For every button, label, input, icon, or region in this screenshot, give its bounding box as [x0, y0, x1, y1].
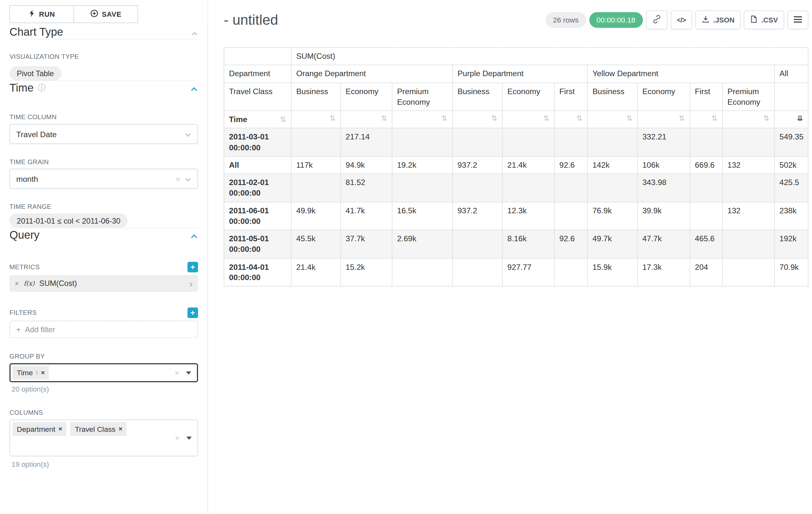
filters-label: FILTERS: [9, 309, 37, 317]
chevron-up-icon[interactable]: [191, 25, 198, 39]
plus-circle-icon: [90, 9, 98, 19]
pivot-cell: 927.77: [502, 258, 554, 287]
pivot-column-dim-label: Department: [224, 65, 291, 83]
remove-tag-icon[interactable]: ×: [118, 425, 122, 433]
pivot-cell: 132: [722, 156, 775, 173]
table-row: 2011-06-01 00:00:0049.9k41.7k16.5k937.21…: [224, 202, 808, 230]
clear-icon[interactable]: ×: [175, 433, 179, 442]
pivot-table: SUM(Cost)DepartmentOrange DepartmentPurp…: [224, 47, 808, 287]
pivot-cell: [722, 174, 775, 202]
pivot-cell: 343.98: [637, 174, 690, 202]
clear-icon[interactable]: ×: [176, 174, 180, 183]
control-panel-scroll[interactable]: Chart Type VISUALIZATION TYPE Pivot Tabl…: [0, 25, 207, 514]
bolt-icon: [29, 9, 35, 19]
sort-column-button[interactable]: ⇅: [502, 110, 554, 128]
pivot-cell: [722, 258, 775, 287]
pivot-cell: 937.2: [453, 202, 502, 230]
remove-tag-icon[interactable]: ×: [58, 425, 62, 433]
sort-column-button[interactable]: ⇅: [341, 110, 392, 128]
add-filter-plus-button[interactable]: +: [187, 307, 198, 318]
sort-column-button[interactable]: ⇅: [554, 110, 587, 128]
file-icon: [750, 15, 758, 24]
share-link-button[interactable]: [646, 10, 667, 30]
pivot-metric-header: SUM(Cost): [291, 48, 808, 65]
export-json-button[interactable]: .JSON: [696, 10, 741, 30]
sort-column-button[interactable]: ⇅: [587, 110, 637, 128]
save-button[interactable]: SAVE: [74, 5, 138, 23]
sort-icon: ⇅: [381, 114, 387, 123]
pivot-cell: 81.52: [341, 174, 392, 202]
clear-icon[interactable]: ×: [175, 368, 179, 377]
pivot-cell: 117k: [291, 156, 341, 173]
remove-metric-icon[interactable]: ×: [15, 279, 19, 288]
group-by-select[interactable]: Time i × ×: [9, 363, 198, 382]
save-button-label: SAVE: [102, 10, 121, 18]
metric-pill[interactable]: × f(x) SUM(Cost) ›: [9, 275, 198, 292]
visualization-type-pill[interactable]: Pivot Table: [9, 66, 61, 80]
pivot-col-header: Economy: [637, 83, 690, 111]
sort-time-button[interactable]: Time⇅: [224, 110, 291, 128]
remove-tag-icon[interactable]: ×: [41, 369, 45, 377]
view-query-button[interactable]: </>: [670, 10, 692, 30]
pivot-col-header: Economy: [341, 83, 392, 111]
sort-icon: ⇅: [711, 114, 717, 123]
sort-column-button[interactable]: ⇅: [453, 110, 502, 128]
pivot-cell: 425.5: [775, 174, 808, 202]
pivot-cell: 15.9k: [587, 258, 637, 287]
pivot-cell: 549.35: [775, 128, 808, 157]
pivot-cell: 94.9k: [341, 156, 392, 173]
pivot-colgroup-header: Yellow Department: [587, 65, 775, 83]
chart-title[interactable]: - untitled: [224, 9, 278, 30]
sort-column-button[interactable]: ⇅: [291, 110, 341, 128]
chart-type-section-heading: Chart Type: [9, 25, 198, 39]
hamburger-icon: [794, 16, 802, 24]
add-filter-button[interactable]: + Add filter: [9, 321, 198, 338]
time-range-pill[interactable]: 2011-01-01 ≤ col < 2011-06-30: [9, 213, 128, 227]
pivot-cell: [554, 202, 587, 230]
pivot-cell: [291, 128, 341, 157]
sort-icon: ⇅: [763, 114, 769, 123]
collapse-query-section-icon[interactable]: [190, 228, 198, 242]
info-icon[interactable]: ⓘ: [38, 81, 46, 95]
pivot-row-header: 2011-06-01 00:00:00: [224, 202, 291, 230]
pivot-cell: [587, 174, 637, 202]
info-icon[interactable]: i: [36, 369, 37, 377]
pivot-cell: [392, 174, 453, 202]
sort-column-button[interactable]: ⇊: [775, 110, 808, 128]
time-grain-value: month: [17, 174, 38, 183]
pivot-col-header: Economy: [502, 83, 554, 111]
pivot-cell: [502, 174, 554, 202]
pivot-cell: [722, 128, 775, 157]
add-metric-button[interactable]: +: [187, 262, 198, 272]
columns-select[interactable]: Department × Travel Class × ×: [9, 420, 198, 457]
plus-icon: +: [17, 325, 21, 333]
caret-down-icon[interactable]: [186, 436, 192, 439]
sort-column-button[interactable]: ⇅: [722, 110, 775, 128]
pivot-cell: 15.2k: [341, 258, 392, 287]
pivot-cell: 669.6: [690, 156, 722, 173]
sort-desc-icon: ⇊: [797, 114, 803, 123]
pivot-row-header: 2011-03-01 00:00:00: [224, 128, 291, 157]
pivot-cell: 76.9k: [587, 202, 637, 230]
query-section-heading: Query: [9, 228, 198, 242]
time-column-select[interactable]: Travel Date: [9, 124, 198, 144]
export-csv-button[interactable]: .CSV: [744, 10, 784, 30]
pivot-cell: 217.14: [341, 128, 392, 157]
chevron-right-icon[interactable]: ›: [190, 278, 193, 289]
pivot-cell: [392, 258, 453, 287]
caret-down-icon[interactable]: [186, 371, 191, 374]
collapse-time-section-icon[interactable]: [190, 81, 198, 95]
pivot-cell: 17.3k: [637, 258, 690, 287]
time-grain-select[interactable]: month ×: [9, 169, 198, 189]
sort-column-button[interactable]: ⇅: [690, 110, 722, 128]
pivot-cell: 106k: [637, 156, 690, 173]
menu-button[interactable]: [787, 10, 808, 30]
pivot-col-header: Business: [291, 83, 341, 111]
run-button[interactable]: RUN: [9, 5, 74, 23]
sort-column-button[interactable]: ⇅: [637, 110, 690, 128]
table-row: 2011-04-01 00:00:0021.4k15.2k927.7715.9k…: [224, 258, 808, 287]
row-count-badge: 26 rows: [546, 12, 586, 28]
pivot-col-header: Premium Economy: [722, 83, 775, 111]
pivot-row-header: 2011-02-01 00:00:00: [224, 174, 291, 202]
sort-column-button[interactable]: ⇅: [392, 110, 453, 128]
